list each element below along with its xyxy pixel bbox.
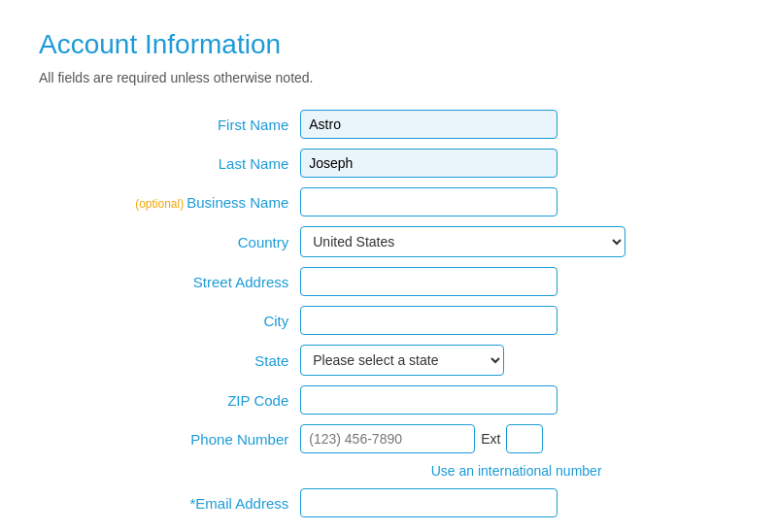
street-address-input[interactable] [300,267,557,296]
phone-number-row: Phone Number Ext [39,419,738,458]
street-address-row: Street Address [39,262,738,301]
ext-label: Ext [481,431,500,447]
email-input[interactable] [300,488,557,517]
phone-number-label: Phone Number [190,431,288,448]
zip-code-row: ZIP Code [39,381,738,419]
business-name-label: Business Name [186,194,288,211]
zip-code-input[interactable] [300,385,557,415]
city-input[interactable] [300,306,557,335]
state-label: State [254,352,288,369]
state-row: State Please select a state Alabama Alas… [39,340,738,381]
zip-code-label: ZIP Code [227,392,288,409]
first-name-row: First Name [39,105,738,144]
country-row: Country United States Canada United King… [39,221,738,262]
receipt-note-row: *Your receipt will be sent to this addre… [39,522,738,532]
email-row: *Email Address [39,483,738,522]
street-address-label: Street Address [193,274,288,290]
first-name-label: First Name [218,116,288,133]
state-select[interactable]: Please select a state Alabama Alaska Ari… [300,345,504,376]
international-number-link[interactable]: Use an international number [300,463,732,479]
city-row: City [39,301,738,340]
phone-input[interactable] [300,424,475,453]
int-number-row: Use an international number [39,458,738,483]
country-label: Country [238,234,289,250]
ext-input[interactable] [506,424,543,453]
business-name-row: (optional)Business Name [39,183,738,221]
optional-tag: (optional) [135,197,184,211]
account-form: First Name Last Name (optional)Business … [39,105,738,532]
business-name-input[interactable] [300,187,557,216]
country-select[interactable]: United States Canada United Kingdom Aust… [300,226,625,257]
page-title: Account Information [39,29,738,60]
email-label: *Email Address [190,495,289,512]
last-name-input[interactable] [300,149,557,178]
last-name-label: Last Name [219,155,289,172]
last-name-row: Last Name [39,144,738,183]
city-label: City [263,313,288,329]
first-name-input[interactable] [300,110,557,139]
page-subtitle: All fields are required unless otherwise… [39,70,738,85]
